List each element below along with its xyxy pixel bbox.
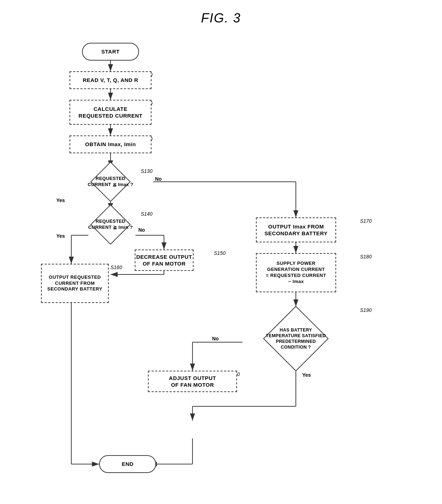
flowchart: START S100 READ V, T, Q, AND R S110 CALC…	[0, 29, 442, 504]
page-title: FIG. 3	[0, 0, 442, 26]
s190-no-label: No	[212, 336, 219, 341]
s140-diamond: REQUESTED CURRENT ≧ Imin ?	[66, 210, 155, 239]
s100-box: READ V, T, Q, AND R	[70, 71, 151, 89]
s130-no-label: No	[155, 176, 162, 182]
s200-box: ADJUST OUTPUT OF FAN MOTOR	[148, 371, 237, 392]
s130-diamond: REQUESTED CURRENT ≦ Imax ?	[66, 168, 155, 196]
s170-box: OUTPUT Imax FROM SECONDARY BATTERY	[256, 217, 336, 242]
s130-yes-label: Yes	[56, 197, 65, 203]
s170-label: S170	[360, 218, 372, 224]
s150-label: S150	[214, 250, 226, 256]
s190-yes-label: Yes	[302, 372, 311, 378]
s120-box: OBTAIN Imax, Imin	[70, 135, 151, 153]
s180-box: SUPPLY POWER GENERATION CURRENT = REQUES…	[256, 253, 336, 292]
s150-box: DECREASE OUTPUT OF FAN MOTOR	[135, 250, 194, 271]
s180-label: S180	[360, 254, 372, 259]
start-box: START	[82, 43, 139, 61]
s190-diamond: HAS BATTERY TEMPERATURE SATISFIED PREDET…	[242, 307, 349, 371]
s140-no-label: No	[138, 227, 145, 233]
s140-yes-label: Yes	[56, 233, 65, 239]
s160-box: OUTPUT REQUESTED CURRENT FROM SECONDARY …	[41, 264, 109, 303]
s110-box: CALCULATE REQUESTED CURRENT	[70, 100, 151, 125]
end-box: END	[99, 455, 156, 473]
s190-label: S190	[360, 307, 372, 313]
s160-label: S160	[110, 264, 122, 270]
